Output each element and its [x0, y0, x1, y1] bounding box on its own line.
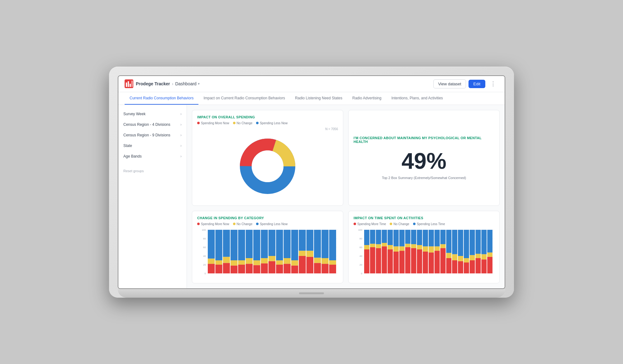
svg-rect-90: [376, 248, 381, 273]
time-activities-chart: 020406080100: [354, 228, 494, 278]
svg-rect-43: [261, 258, 268, 263]
svg-rect-135: [464, 262, 469, 273]
svg-text:80: 80: [359, 237, 362, 240]
app-title: Prodege Tracker: [136, 81, 170, 86]
svg-rect-27: [223, 263, 230, 273]
svg-rect-134: [458, 230, 463, 256]
legend-less-time: Spending Less Time: [413, 222, 445, 226]
sidebar: Survey Week › Census Region - 4 Division…: [118, 105, 187, 288]
svg-rect-91: [376, 244, 381, 248]
spending-chart-title: IMPACT ON OVERALL SPENDING: [197, 115, 338, 119]
spending-category-title: CHANGE IN SPENDING BY CATEGORY: [197, 216, 338, 220]
view-dataset-button[interactable]: View dataset: [433, 79, 466, 88]
svg-rect-130: [452, 254, 457, 260]
svg-rect-37: [246, 258, 253, 264]
svg-text:100: 100: [358, 229, 363, 231]
svg-rect-45: [269, 261, 275, 273]
svg-rect-126: [446, 258, 451, 273]
spending-category-card: CHANGE IN SPENDING BY CATEGORY Spending …: [192, 211, 343, 283]
legend-label: No Change: [393, 222, 409, 226]
legend-label: Spending More Now: [201, 121, 229, 125]
svg-rect-57: [299, 256, 306, 273]
legend-label: No Change: [237, 121, 253, 125]
svg-rect-137: [464, 230, 469, 258]
svg-rect-139: [470, 255, 475, 260]
laptop-outer: Prodege Tracker › Dashboard ▾ View datas…: [109, 67, 514, 298]
breadcrumb-current[interactable]: Dashboard: [175, 81, 197, 86]
svg-rect-146: [481, 230, 487, 254]
svg-rect-108: [411, 248, 416, 273]
app-header: Prodege Tracker › Dashboard ▾ View datas…: [118, 76, 505, 92]
svg-rect-66: [321, 264, 328, 273]
svg-rect-68: [321, 230, 328, 258]
svg-rect-145: [481, 254, 487, 259]
svg-rect-70: [329, 260, 336, 265]
legend-spending-less: Spending Less Now: [256, 222, 288, 226]
tab-advertising[interactable]: Radio Advertising: [347, 92, 386, 105]
svg-rect-103: [399, 246, 405, 251]
svg-rect-117: [429, 252, 434, 273]
breadcrumb-separator: ›: [172, 81, 174, 86]
sidebar-item-survey-week[interactable]: Survey Week ›: [118, 109, 187, 119]
tab-listening[interactable]: Radio Listening Need States: [290, 92, 347, 105]
svg-rect-30: [231, 265, 237, 273]
svg-rect-141: [476, 258, 481, 273]
tab-current-radio[interactable]: Current Radio Consumption Behaviors: [125, 92, 198, 105]
svg-rect-121: [435, 246, 440, 251]
legend-dot-blue: [256, 223, 259, 225]
svg-rect-111: [417, 249, 422, 273]
legend-dot-yellow: [233, 122, 235, 124]
svg-text:60: 60: [203, 246, 206, 249]
svg-rect-44: [261, 230, 268, 258]
more-options-button[interactable]: ⋮: [488, 79, 498, 88]
tab-intentions[interactable]: Intentions, Plans, and Activities: [386, 92, 448, 105]
svg-rect-110: [411, 230, 416, 244]
svg-rect-26: [215, 230, 222, 260]
svg-rect-94: [382, 243, 387, 246]
svg-rect-51: [284, 264, 291, 273]
svg-rect-86: [364, 230, 369, 245]
edit-button[interactable]: Edit: [468, 80, 485, 88]
svg-rect-107: [405, 230, 411, 244]
tabs-bar: Current Radio Consumption Behaviors Impa…: [118, 92, 505, 105]
svg-rect-38: [246, 230, 253, 258]
laptop-notch: [299, 292, 324, 294]
svg-rect-124: [440, 244, 446, 248]
svg-rect-122: [435, 230, 440, 246]
legend-label: Spending Less Time: [417, 222, 445, 226]
svg-rect-142: [476, 254, 481, 258]
svg-rect-131: [452, 230, 457, 254]
svg-text:80: 80: [203, 237, 206, 240]
mental-health-percent: 49%: [402, 150, 446, 172]
sidebar-item-census-4[interactable]: Census Region - 4 Divisions ›: [118, 119, 187, 130]
svg-rect-113: [417, 230, 422, 245]
sidebar-item-age-bands[interactable]: Age Bands ›: [118, 151, 187, 162]
svg-rect-64: [314, 258, 321, 263]
svg-rect-115: [423, 246, 428, 252]
legend-dot-red: [197, 223, 200, 225]
legend-more-time: Spending More Time: [354, 222, 386, 226]
svg-rect-67: [321, 258, 328, 264]
svg-rect-97: [388, 245, 393, 249]
donut-chart-container: [197, 132, 338, 201]
sidebar-item-state[interactable]: State ›: [118, 140, 187, 151]
legend-no-change: No Change: [233, 222, 253, 226]
svg-rect-56: [291, 230, 298, 260]
mental-health-card: I'M CONCERNED ABOUT MAINTAINING MY PSYCH…: [348, 110, 500, 206]
sidebar-item-census-9[interactable]: Census Region - 9 Divisions ›: [118, 130, 187, 140]
svg-rect-105: [405, 247, 411, 273]
svg-rect-63: [314, 263, 321, 273]
svg-rect-32: [231, 230, 237, 260]
legend-dot-yellow: [390, 223, 392, 225]
svg-rect-61: [307, 251, 313, 257]
svg-rect-41: [253, 230, 260, 260]
main-layout: Survey Week › Census Region - 4 Division…: [118, 105, 505, 288]
legend-dot-blue: [256, 122, 259, 124]
svg-text:0: 0: [361, 272, 363, 275]
reset-groups-button[interactable]: Reset groups: [123, 169, 144, 173]
svg-rect-98: [388, 230, 393, 245]
legend-no-change: No Change: [233, 121, 253, 125]
legend-label: Spending More Now: [201, 222, 229, 226]
tab-impact[interactable]: Impact on Current Radio Consumption Beha…: [198, 92, 290, 105]
svg-rect-123: [440, 248, 446, 273]
